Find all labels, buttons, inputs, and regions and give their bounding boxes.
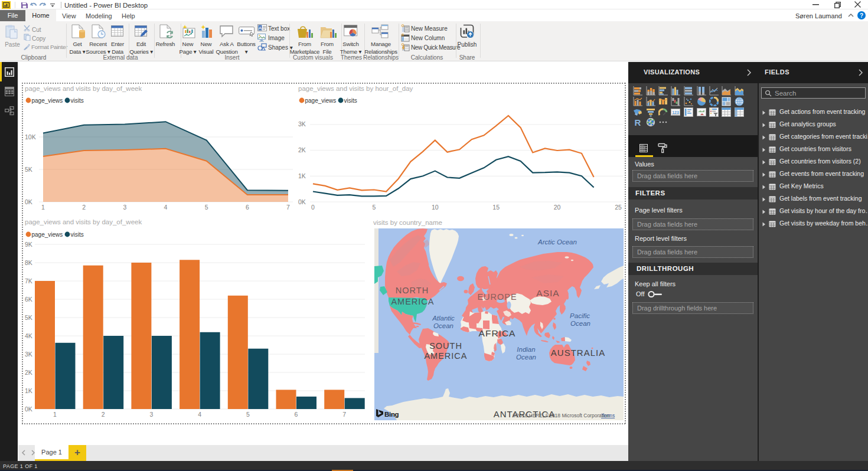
svg-text:2K: 2K <box>298 146 306 153</box>
svg-text:2: 2 <box>82 204 86 210</box>
svg-text:©2018 HERE, ©2018 Microsoft Co: ©2018 HERE, ©2018 Microsoft Corporation <box>513 413 610 418</box>
svg-text:visits: visits <box>71 97 84 104</box>
svg-text:1: 1 <box>53 411 57 418</box>
svg-text:1: 1 <box>41 204 45 210</box>
svg-text:AMERICA: AMERICA <box>424 351 467 361</box>
svg-text:6: 6 <box>246 204 249 210</box>
svg-text:7: 7 <box>286 204 290 210</box>
svg-text:5: 5 <box>246 411 250 418</box>
svg-text:Pacific: Pacific <box>570 312 590 319</box>
svg-text:Ocean: Ocean <box>570 320 590 327</box>
svg-text:0K: 0K <box>25 405 32 413</box>
svg-text:1K: 1K <box>25 387 32 394</box>
svg-text:1K: 1K <box>298 172 306 179</box>
svg-text:2: 2 <box>102 411 105 418</box>
svg-text:5: 5 <box>372 204 376 210</box>
svg-text:AFRICA: AFRICA <box>479 328 516 338</box>
svg-text:5K: 5K <box>25 314 32 321</box>
svg-text:123: 123 <box>672 110 679 115</box>
svg-text:7K: 7K <box>25 277 32 284</box>
svg-text:Indian: Indian <box>517 346 535 353</box>
svg-text:25: 25 <box>615 204 622 210</box>
svg-text:page_views: page_views <box>305 97 337 104</box>
svg-text:4K: 4K <box>25 332 32 339</box>
svg-text:2K: 2K <box>25 369 32 376</box>
svg-text:0: 0 <box>311 204 315 210</box>
svg-text:AMERICA: AMERICA <box>391 297 434 306</box>
svg-text:0K: 0K <box>25 198 32 205</box>
svg-text:Terms: Terms <box>601 413 615 418</box>
svg-text:4: 4 <box>164 204 168 210</box>
svg-text:4: 4 <box>198 411 201 418</box>
svg-text:page_views and visits by day_o: page_views and visits by day_of_week <box>25 218 142 225</box>
svg-text:15: 15 <box>492 204 500 210</box>
svg-text:NORTH: NORTH <box>396 286 429 295</box>
svg-text:10K: 10K <box>25 133 36 140</box>
svg-text:6: 6 <box>295 411 298 418</box>
svg-text:9K: 9K <box>25 241 32 248</box>
svg-text:R: R <box>635 117 641 127</box>
svg-text:20: 20 <box>554 204 561 210</box>
svg-text:3: 3 <box>149 411 153 418</box>
svg-text:Arctic Ocean: Arctic Ocean <box>537 238 577 246</box>
svg-text:3: 3 <box>123 204 126 210</box>
svg-text:Ocean: Ocean <box>516 354 536 361</box>
svg-text:A: A <box>259 25 262 31</box>
svg-text:3K: 3K <box>298 120 306 127</box>
svg-text:SOUTH: SOUTH <box>429 341 462 351</box>
svg-text:Ocean: Ocean <box>433 322 453 329</box>
svg-text:EUROPE: EUROPE <box>477 292 517 302</box>
svg-text:5: 5 <box>205 204 208 210</box>
svg-text:3K: 3K <box>25 351 32 358</box>
svg-text:page_views and visits by hour_: page_views and visits by hour_of_day <box>298 85 413 92</box>
svg-text:page_views: page_views <box>32 97 63 104</box>
svg-text:page_views: page_views <box>32 231 63 238</box>
svg-text:0K: 0K <box>298 198 306 205</box>
svg-text:Bing: Bing <box>384 411 399 418</box>
svg-text:7: 7 <box>342 411 346 418</box>
svg-text:visits: visits <box>344 97 357 104</box>
svg-text:AUSTRALIA: AUSTRALIA <box>551 348 605 358</box>
svg-text:Atlantic: Atlantic <box>432 315 455 322</box>
svg-text:10: 10 <box>432 204 439 210</box>
svg-text:ASIA: ASIA <box>536 288 559 298</box>
svg-text:6K: 6K <box>25 296 32 303</box>
svg-text:?: ? <box>860 12 863 19</box>
svg-text:page_views and visits by day_o: page_views and visits by day_of_week <box>25 85 142 92</box>
svg-text:8K: 8K <box>25 259 32 266</box>
svg-text:visits: visits <box>71 231 84 238</box>
svg-text:5K: 5K <box>25 166 32 173</box>
